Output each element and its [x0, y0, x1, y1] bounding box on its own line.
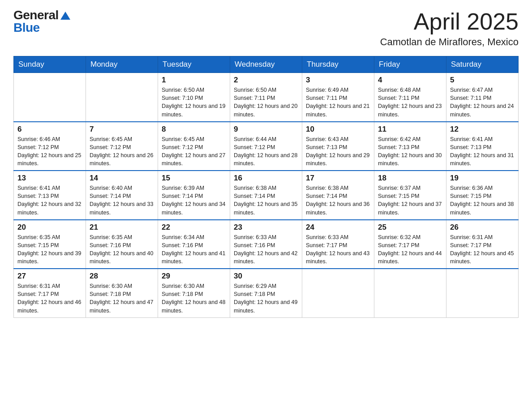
- table-row: 27Sunrise: 6:31 AMSunset: 7:17 PMDayligh…: [14, 269, 86, 317]
- table-row: 2Sunrise: 6:50 AMSunset: 7:11 PMDaylight…: [230, 73, 302, 122]
- calendar-week-row: 13Sunrise: 6:41 AMSunset: 7:13 PMDayligh…: [14, 171, 519, 220]
- day-info: Sunrise: 6:30 AMSunset: 7:18 PMDaylight:…: [90, 282, 154, 315]
- day-info: Sunrise: 6:45 AMSunset: 7:12 PMDaylight:…: [90, 135, 154, 168]
- day-info: Sunrise: 6:42 AMSunset: 7:13 PMDaylight:…: [378, 135, 442, 168]
- day-number: 21: [90, 223, 154, 232]
- day-info: Sunrise: 6:37 AMSunset: 7:15 PMDaylight:…: [378, 184, 442, 217]
- day-info: Sunrise: 6:46 AMSunset: 7:12 PMDaylight:…: [17, 135, 82, 168]
- col-wednesday: Wednesday: [230, 56, 302, 73]
- day-number: 24: [306, 223, 370, 232]
- day-number: 11: [378, 125, 442, 134]
- day-number: 14: [90, 174, 154, 183]
- day-number: 17: [306, 174, 370, 183]
- day-number: 25: [378, 223, 442, 232]
- table-row: 11Sunrise: 6:42 AMSunset: 7:13 PMDayligh…: [374, 122, 446, 171]
- day-info: Sunrise: 6:49 AMSunset: 7:11 PMDaylight:…: [306, 86, 370, 119]
- table-row: 26Sunrise: 6:31 AMSunset: 7:17 PMDayligh…: [446, 220, 519, 269]
- table-row: 15Sunrise: 6:39 AMSunset: 7:14 PMDayligh…: [158, 171, 230, 220]
- table-row: 28Sunrise: 6:30 AMSunset: 7:18 PMDayligh…: [86, 269, 158, 317]
- table-row: 18Sunrise: 6:37 AMSunset: 7:15 PMDayligh…: [374, 171, 446, 220]
- table-row: 10Sunrise: 6:43 AMSunset: 7:13 PMDayligh…: [302, 122, 374, 171]
- day-number: 6: [17, 125, 82, 134]
- day-info: Sunrise: 6:43 AMSunset: 7:13 PMDaylight:…: [306, 135, 370, 168]
- day-info: Sunrise: 6:45 AMSunset: 7:12 PMDaylight:…: [162, 135, 226, 168]
- col-monday: Monday: [86, 56, 158, 73]
- day-number: 27: [17, 272, 82, 281]
- table-row: 29Sunrise: 6:30 AMSunset: 7:18 PMDayligh…: [158, 269, 230, 317]
- day-number: 1: [162, 76, 226, 85]
- day-number: 2: [234, 76, 298, 85]
- table-row: 25Sunrise: 6:32 AMSunset: 7:17 PMDayligh…: [374, 220, 446, 269]
- table-row: 20Sunrise: 6:35 AMSunset: 7:15 PMDayligh…: [14, 220, 86, 269]
- day-number: 19: [450, 174, 515, 183]
- table-row: 16Sunrise: 6:38 AMSunset: 7:14 PMDayligh…: [230, 171, 302, 220]
- table-row: 9Sunrise: 6:44 AMSunset: 7:12 PMDaylight…: [230, 122, 302, 171]
- day-number: 8: [162, 125, 226, 134]
- day-info: Sunrise: 6:38 AMSunset: 7:14 PMDaylight:…: [306, 184, 370, 217]
- table-row: [374, 269, 446, 317]
- table-row: 4Sunrise: 6:48 AMSunset: 7:11 PMDaylight…: [374, 73, 446, 122]
- day-info: Sunrise: 6:36 AMSunset: 7:15 PMDaylight:…: [450, 184, 515, 217]
- day-number: 15: [162, 174, 226, 183]
- table-row: 22Sunrise: 6:34 AMSunset: 7:16 PMDayligh…: [158, 220, 230, 269]
- day-info: Sunrise: 6:50 AMSunset: 7:10 PMDaylight:…: [162, 86, 226, 119]
- table-row: 23Sunrise: 6:33 AMSunset: 7:16 PMDayligh…: [230, 220, 302, 269]
- day-info: Sunrise: 6:35 AMSunset: 7:16 PMDaylight:…: [90, 233, 154, 266]
- day-number: 12: [450, 125, 515, 134]
- page-header: General Blue April 2025 Camotlan de Mira…: [13, 9, 519, 48]
- title-block: April 2025 Camotlan de Miraflores, Mexic…: [380, 9, 519, 48]
- day-info: Sunrise: 6:30 AMSunset: 7:18 PMDaylight:…: [162, 282, 226, 315]
- day-number: 4: [378, 76, 442, 85]
- day-number: 23: [234, 223, 298, 232]
- day-number: 20: [17, 223, 82, 232]
- table-row: [302, 269, 374, 317]
- table-row: 13Sunrise: 6:41 AMSunset: 7:13 PMDayligh…: [14, 171, 86, 220]
- table-row: 5Sunrise: 6:47 AMSunset: 7:11 PMDaylight…: [446, 73, 519, 122]
- calendar-week-row: 20Sunrise: 6:35 AMSunset: 7:15 PMDayligh…: [14, 220, 519, 269]
- day-number: 7: [90, 125, 154, 134]
- day-info: Sunrise: 6:41 AMSunset: 7:13 PMDaylight:…: [17, 184, 82, 217]
- table-row: 8Sunrise: 6:45 AMSunset: 7:12 PMDaylight…: [158, 122, 230, 171]
- logo: General Blue: [13, 9, 70, 34]
- table-row: 24Sunrise: 6:33 AMSunset: 7:17 PMDayligh…: [302, 220, 374, 269]
- day-number: 18: [378, 174, 442, 183]
- table-row: 14Sunrise: 6:40 AMSunset: 7:14 PMDayligh…: [86, 171, 158, 220]
- day-info: Sunrise: 6:38 AMSunset: 7:14 PMDaylight:…: [234, 184, 298, 217]
- table-row: 30Sunrise: 6:29 AMSunset: 7:18 PMDayligh…: [230, 269, 302, 317]
- col-thursday: Thursday: [302, 56, 374, 73]
- day-info: Sunrise: 6:40 AMSunset: 7:14 PMDaylight:…: [90, 184, 154, 217]
- day-info: Sunrise: 6:32 AMSunset: 7:17 PMDaylight:…: [378, 233, 442, 266]
- calendar-week-row: 1Sunrise: 6:50 AMSunset: 7:10 PMDaylight…: [14, 73, 519, 122]
- table-row: 3Sunrise: 6:49 AMSunset: 7:11 PMDaylight…: [302, 73, 374, 122]
- table-row: 19Sunrise: 6:36 AMSunset: 7:15 PMDayligh…: [446, 171, 519, 220]
- day-number: 13: [17, 174, 82, 183]
- day-info: Sunrise: 6:41 AMSunset: 7:13 PMDaylight:…: [450, 135, 515, 168]
- day-number: 26: [450, 223, 515, 232]
- col-saturday: Saturday: [446, 56, 519, 73]
- day-number: 3: [306, 76, 370, 85]
- page-title: April 2025: [380, 9, 519, 34]
- day-number: 9: [234, 125, 298, 134]
- calendar-week-row: 6Sunrise: 6:46 AMSunset: 7:12 PMDaylight…: [14, 122, 519, 171]
- day-number: 16: [234, 174, 298, 183]
- day-info: Sunrise: 6:33 AMSunset: 7:17 PMDaylight:…: [306, 233, 370, 266]
- day-info: Sunrise: 6:33 AMSunset: 7:16 PMDaylight:…: [234, 233, 298, 266]
- calendar-week-row: 27Sunrise: 6:31 AMSunset: 7:17 PMDayligh…: [14, 269, 519, 317]
- table-row: 1Sunrise: 6:50 AMSunset: 7:10 PMDaylight…: [158, 73, 230, 122]
- day-number: 10: [306, 125, 370, 134]
- day-number: 30: [234, 272, 298, 281]
- page-subtitle: Camotlan de Miraflores, Mexico: [380, 36, 519, 48]
- logo-blue-text: Blue: [13, 21, 70, 34]
- logo-triangle-icon: [60, 11, 70, 21]
- day-info: Sunrise: 6:48 AMSunset: 7:11 PMDaylight:…: [378, 86, 442, 119]
- day-info: Sunrise: 6:31 AMSunset: 7:17 PMDaylight:…: [450, 233, 515, 266]
- logo-general-text: General: [13, 9, 59, 21]
- table-row: [446, 269, 519, 317]
- table-row: 7Sunrise: 6:45 AMSunset: 7:12 PMDaylight…: [86, 122, 158, 171]
- calendar-table: Sunday Monday Tuesday Wednesday Thursday…: [13, 56, 519, 318]
- col-friday: Friday: [374, 56, 446, 73]
- table-row: [14, 73, 86, 122]
- day-number: 29: [162, 272, 226, 281]
- day-info: Sunrise: 6:35 AMSunset: 7:15 PMDaylight:…: [17, 233, 82, 266]
- day-number: 28: [90, 272, 154, 281]
